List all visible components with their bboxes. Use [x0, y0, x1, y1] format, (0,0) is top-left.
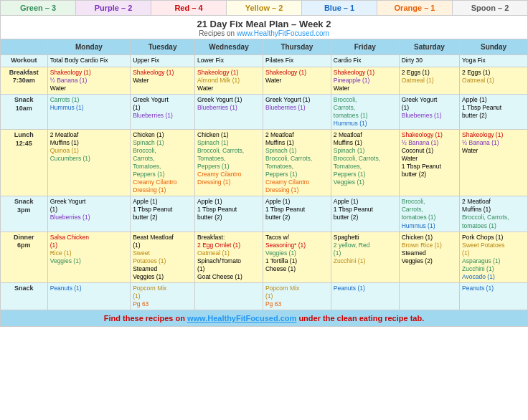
breakfast-saturday: 2 Eggs (1) Oatmeal (1)	[399, 67, 459, 94]
lunch-saturday: Shakeology (1) ½ Banana (1) Coconut (1) …	[399, 130, 459, 196]
snack3-thursday: Popcorn Mix(1) Pg 63	[263, 282, 331, 310]
lunch-monday: 2 MeatloafMuffins (1) Quinoa (1) Cucumbe…	[47, 130, 130, 196]
label-lunch: Lunch12:45	[1, 130, 48, 196]
breakfast-monday: Shakeology (1) ½ Banana (1) Water	[47, 67, 130, 94]
breakfast-row: Breakfast7:30am Shakeology (1) ½ Banana …	[1, 67, 528, 94]
lunch-friday: 2 MeatloafMuffins (1) Spinach (1)Broccol…	[331, 130, 399, 196]
snack3-friday: Peanuts (1)	[331, 282, 399, 310]
footer-link[interactable]: www.HealthyFitFocused.com	[187, 314, 296, 323]
breakfast-wednesday: Shakeology (1) Almond Milk (1) Water	[195, 67, 263, 94]
breakfast-thursday: Shakeology (1) Water	[263, 67, 331, 94]
label-snack3: Snack	[1, 282, 48, 310]
dinner-tuesday: Beast Meatloaf(1) SweetPotatoes (1) Stea…	[131, 232, 195, 282]
label-breakfast: Breakfast7:30am	[1, 67, 48, 94]
workout-wednesday: Lower Fix	[195, 55, 263, 67]
workout-monday: Total Body Cardio Fix	[47, 55, 130, 67]
color-blue: Blue – 1	[302, 1, 377, 15]
dinner-row: Dinner6pm Salsa Chicken(1) Rice (1) Vegg…	[1, 232, 528, 282]
header-wednesday: Wednesday	[195, 39, 263, 55]
breakfast-friday: Shakeology (1) Pineapple (1) Water	[331, 67, 399, 94]
header-sunday: Sunday	[460, 39, 528, 55]
title-section: 21 Day Fix Meal Plan – Week 2 Recipes on…	[0, 16, 528, 39]
label-snack1: Snack10am	[1, 94, 48, 129]
header-empty	[1, 39, 48, 55]
snack3-wednesday	[195, 282, 263, 310]
workout-row: Workout Total Body Cardio Fix Upper Fix …	[1, 55, 528, 67]
lunch-sunday: Shakeology (1) ½ Banana (1) Water	[460, 130, 528, 196]
snack2-row: Snack3pm Greek Yogurt(1) Blueberries (1)…	[1, 196, 528, 232]
dinner-saturday: Chicken (1) Brown Rice (1) SteamedVeggie…	[399, 232, 459, 282]
meal-plan-table: Monday Tuesday Wednesday Thursday Friday…	[0, 39, 528, 310]
workout-tuesday: Upper Fix	[131, 55, 195, 67]
header-thursday: Thursday	[263, 39, 331, 55]
breakfast-sunday: 2 Eggs (1) Oatmeal (1)	[460, 67, 528, 94]
snack3-saturday	[399, 282, 459, 310]
workout-friday: Cardio Fix	[331, 55, 399, 67]
label-dinner: Dinner6pm	[1, 232, 48, 282]
label-workout: Workout	[1, 55, 48, 67]
header-saturday: Saturday	[399, 39, 459, 55]
dinner-thursday: Tacos w/ Seasoning* (1) Veggies (1) 1 To…	[263, 232, 331, 282]
header-friday: Friday	[331, 39, 399, 55]
breakfast-tuesday: Shakeology (1) Water	[131, 67, 195, 94]
snack2-monday: Greek Yogurt(1) Blueberries (1)	[47, 196, 130, 232]
snack2-wednesday: Apple (1) 1 Tbsp Peanutbutter (2)	[195, 196, 263, 232]
header-tuesday: Tuesday	[131, 39, 195, 55]
snack2-saturday: Broccoli,Carrots,tomatoes (1) Hummus (1)	[399, 196, 459, 232]
lunch-wednesday: Chicken (1) Spinach (1)Broccoli, Carrots…	[195, 130, 263, 196]
snack3-monday: Peanuts (1)	[47, 282, 130, 310]
footer: Find these recipes on www.HealthyFitFocu…	[0, 310, 528, 327]
color-purple: Purple – 2	[76, 1, 151, 15]
snack2-tuesday: Apple (1) 1 Tbsp Peanutbutter (2)	[131, 196, 195, 232]
snack1-friday: Broccoli,Carrots,tomatoes (1) Hummus (1)	[331, 94, 399, 129]
dinner-monday: Salsa Chicken(1) Rice (1) Veggies (1)	[47, 232, 130, 282]
snack2-friday: Apple (1) 1 Tbsp Peanutbutter (2)	[331, 196, 399, 232]
page-subtitle: Recipes on www.HealthyFitFocused.com	[1, 29, 527, 37]
snack1-wednesday: Greek Yogurt (1) Blueberries (1)	[195, 94, 263, 129]
page-title: 21 Day Fix Meal Plan – Week 2	[1, 19, 527, 29]
snack3-row: Snack Peanuts (1) Popcorn Mix(1) Pg 63	[1, 282, 528, 310]
snack3-sunday: Peanuts (1)	[460, 282, 528, 310]
dinner-sunday: Pork Chops (1) Sweet Potatoes(1) Asparag…	[460, 232, 528, 282]
color-bar: Green – 3 Purple – 2 Red – 4 Yellow – 2 …	[0, 0, 528, 16]
footer-text2: under the clean eating recipe tab.	[296, 314, 424, 323]
dinner-friday: Spaghetti 2 yellow, Red(1) Zucchini (1)	[331, 232, 399, 282]
snack3-tuesday: Popcorn Mix(1) Pg 63	[131, 282, 195, 310]
day-header-row: Monday Tuesday Wednesday Thursday Friday…	[1, 39, 528, 55]
lunch-row: Lunch12:45 2 MeatloafMuffins (1) Quinoa …	[1, 130, 528, 196]
snack2-sunday: 2 MeatloafMuffins (1) Broccoli, Carrots,…	[460, 196, 528, 232]
label-snack2: Snack3pm	[1, 196, 48, 232]
workout-saturday: Dirty 30	[399, 55, 459, 67]
lunch-tuesday: Chicken (1) Spinach (1)Broccoli,Carrots,…	[131, 130, 195, 196]
color-yellow: Yellow – 2	[227, 1, 302, 15]
color-red: Red – 4	[151, 1, 227, 15]
snack1-thursday: Greek Yogurt (1) Blueberries (1)	[263, 94, 331, 129]
snack1-saturday: Greek Yogurt(1) Blueberries (1)	[399, 94, 459, 129]
footer-text: Find these recipes on	[104, 314, 187, 323]
snack1-tuesday: Greek Yogurt(1) Blueberries (1)	[131, 94, 195, 129]
snack1-sunday: Apple (1) 1 Tbsp Peanutbutter (2)	[460, 94, 528, 129]
dinner-wednesday: Breakfast: 2 Egg Omlet (1) Oatmeal (1) S…	[195, 232, 263, 282]
page-container: Green – 3 Purple – 2 Red – 4 Yellow – 2 …	[0, 0, 528, 327]
workout-thursday: Pilates Fix	[263, 55, 331, 67]
lunch-thursday: 2 MeatloafMuffins (1) Spinach (1)Broccol…	[263, 130, 331, 196]
workout-sunday: Yoga Fix	[460, 55, 528, 67]
color-orange: Orange – 1	[377, 1, 453, 15]
snack2-thursday: Apple (1) 1 Tbsp Peanutbutter (2)	[263, 196, 331, 232]
snack1-monday: Carrots (1) Hummus (1)	[47, 94, 130, 129]
color-spoon: Spoon – 2	[453, 1, 527, 15]
header-monday: Monday	[47, 39, 130, 55]
color-green: Green – 3	[1, 1, 76, 15]
snack1-row: Snack10am Carrots (1) Hummus (1) Greek Y…	[1, 94, 528, 129]
